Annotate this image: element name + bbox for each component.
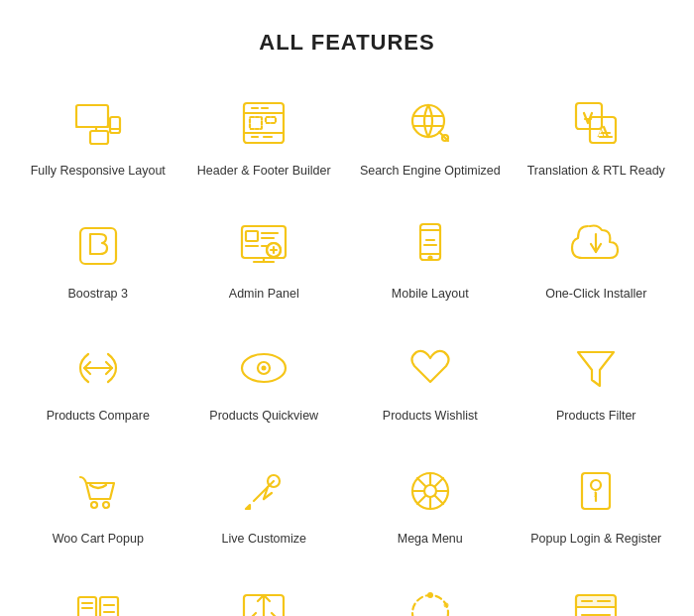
- feature-icon-woovina-sticky: [566, 583, 626, 616]
- svg-rect-11: [250, 117, 262, 129]
- feature-label-products-compare: Products Compare: [47, 408, 150, 426]
- feature-icon-seo: [401, 93, 460, 153]
- svg-rect-0: [76, 105, 108, 127]
- feature-item-live-customize: Live Customize: [186, 453, 343, 556]
- feature-item-admin-panel: Admin Panel: [186, 208, 343, 311]
- feature-label-bootstrap: Boostrap 3: [68, 286, 128, 304]
- feature-icon-mobile-layout: [401, 216, 460, 276]
- feature-icon-products-compare: [68, 338, 128, 398]
- svg-point-84: [427, 592, 433, 598]
- feature-icon-live-customize: [234, 461, 293, 521]
- svg-line-64: [417, 478, 425, 486]
- feature-item-woo-cart: Woo Cart Popup: [20, 453, 176, 556]
- feature-icon-header-footer: [234, 93, 293, 153]
- feature-label-live-customize: Live Customize: [222, 531, 306, 549]
- feature-icon-woovina-preloader: [401, 583, 460, 616]
- feature-item-seo: Search Engine Optimized: [352, 85, 509, 188]
- svg-rect-12: [266, 117, 276, 123]
- feature-item-popup-login: i Popup Login & Register: [519, 453, 675, 556]
- feature-label-translation: Translation & RTL Ready: [527, 163, 665, 181]
- feature-item-products-quickview: Products Quickview: [186, 330, 343, 433]
- feature-label-admin-panel: Admin Panel: [229, 286, 299, 304]
- feature-item-translation: A Translation & RTL Ready: [519, 85, 675, 188]
- svg-line-67: [417, 496, 425, 504]
- feature-label-seo: Search Engine Optimized: [360, 163, 501, 181]
- feature-label-products-quickview: Products Quickview: [209, 408, 318, 426]
- feature-label-fully-responsive: Fully Responsive Layout: [31, 163, 166, 181]
- all-features-section: ALL FEATURES Fully Responsive Layout Hea…: [20, 30, 674, 616]
- svg-point-90: [413, 604, 415, 606]
- feature-item-one-click: One-Click Installer: [519, 208, 675, 311]
- feature-icon-variation-swatches: [68, 583, 128, 616]
- feature-icon-fully-responsive: [68, 93, 128, 153]
- feature-icon-admin-panel: [234, 216, 293, 276]
- svg-point-52: [91, 502, 97, 508]
- feature-icon-popup-login: i: [566, 461, 626, 521]
- feature-label-one-click: One-Click Installer: [545, 286, 646, 304]
- svg-marker-51: [578, 352, 614, 386]
- feature-label-header-footer: Header & Footer Builder: [197, 163, 331, 181]
- feature-icon-product-sharing: [234, 583, 293, 616]
- features-grid: Fully Responsive Layout Header & Footer …: [20, 85, 674, 616]
- feature-item-products-compare: Products Compare: [20, 330, 176, 433]
- svg-rect-1: [90, 131, 108, 144]
- feature-label-products-filter: Products Filter: [556, 408, 636, 426]
- feature-label-mobile-layout: Mobile Layout: [392, 286, 469, 304]
- feature-item-variation-swatches: Variation Swatches: [20, 575, 176, 616]
- svg-point-50: [262, 366, 267, 371]
- svg-line-66: [435, 478, 443, 486]
- svg-point-83: [412, 595, 448, 616]
- feature-icon-woo-cart: [68, 461, 128, 521]
- feature-item-bootstrap: Boostrap 3: [20, 208, 176, 311]
- svg-point-59: [424, 485, 436, 497]
- svg-rect-76: [100, 597, 118, 616]
- svg-point-85: [443, 603, 448, 608]
- feature-icon-bootstrap: [68, 216, 128, 276]
- feature-icon-products-wishlist: [401, 338, 460, 398]
- section-title: ALL FEATURES: [20, 30, 674, 56]
- feature-label-woo-cart: Woo Cart Popup: [53, 531, 144, 549]
- svg-line-65: [435, 496, 443, 504]
- feature-item-products-filter: Products Filter: [519, 330, 675, 433]
- feature-icon-products-filter: [566, 338, 626, 398]
- svg-rect-29: [246, 231, 258, 241]
- feature-item-mega-menu: Mega Menu: [352, 453, 509, 556]
- feature-label-popup-login: Popup Login & Register: [530, 531, 661, 549]
- feature-item-header-footer: Header & Footer Builder: [186, 85, 343, 188]
- svg-rect-72: [78, 597, 96, 616]
- feature-label-mega-menu: Mega Menu: [398, 531, 463, 549]
- feature-icon-one-click: [566, 216, 626, 276]
- svg-rect-4: [110, 117, 120, 133]
- feature-icon-products-quickview: [234, 338, 293, 398]
- feature-item-fully-responsive: Fully Responsive Layout: [20, 85, 176, 188]
- feature-item-mobile-layout: Mobile Layout: [352, 208, 509, 311]
- feature-item-products-wishlist: Products Wishlist: [352, 330, 509, 433]
- feature-item-woovina-sticky: WooVina Sticky Header: [519, 575, 675, 616]
- feature-item-product-sharing: Product Sharing: [186, 575, 343, 616]
- svg-point-53: [103, 502, 109, 508]
- feature-label-products-wishlist: Products Wishlist: [383, 408, 478, 426]
- feature-icon-mega-menu: [401, 461, 460, 521]
- feature-icon-translation: A: [566, 93, 626, 153]
- feature-item-woovina-preloader: WooVina Preloader: [352, 575, 509, 616]
- svg-point-43: [428, 256, 431, 259]
